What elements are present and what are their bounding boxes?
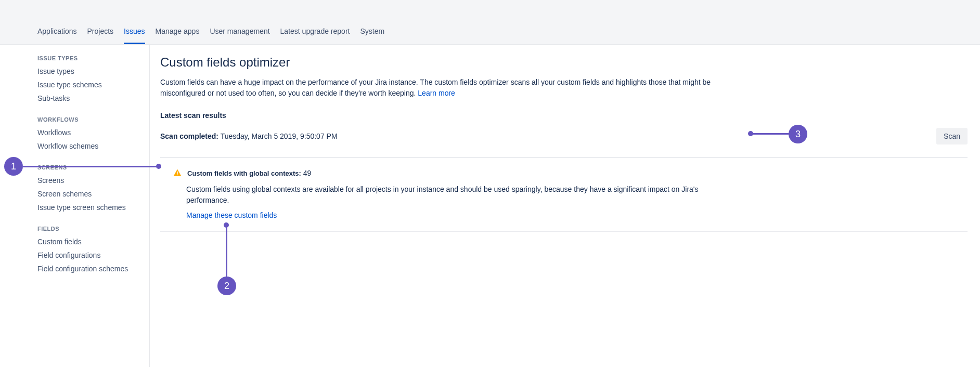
tab-issues[interactable]: Issues <box>124 21 145 44</box>
sidebar-group-screens: SCREENS Screens Screen schemes Issue typ… <box>37 164 149 214</box>
sidebar-item-workflow-schemes[interactable]: Workflow schemes <box>37 139 149 153</box>
sidebar-item-custom-fields[interactable]: Custom fields <box>37 235 149 248</box>
sidebar-heading: WORKFLOWS <box>37 116 149 123</box>
learn-more-link[interactable]: Learn more <box>418 89 455 97</box>
sidebar-item-workflows[interactable]: Workflows <box>37 126 149 139</box>
sidebar-item-sub-tasks[interactable]: Sub-tasks <box>37 91 149 105</box>
scan-completed: Scan completed: Tuesday, March 5 2019, 9… <box>160 132 338 140</box>
result-title: Custom fields with global contexts: <box>187 169 301 177</box>
manage-custom-fields-link[interactable]: Manage these custom fields <box>186 211 968 219</box>
sidebar-item-issue-type-schemes[interactable]: Issue type schemes <box>37 78 149 91</box>
sidebar-heading: FIELDS <box>37 226 149 232</box>
sidebar-item-screens[interactable]: Screens <box>37 174 149 187</box>
scan-completed-time: Tuesday, March 5 2019, 9:50:07 PM <box>221 132 338 140</box>
page-title: Custom fields optimizer <box>160 55 968 70</box>
sidebar-heading: ISSUE TYPES <box>37 55 149 61</box>
tab-latest-upgrade-report[interactable]: Latest upgrade report <box>280 21 350 44</box>
top-tabs: Applications Projects Issues Manage apps… <box>37 21 384 44</box>
sidebar-item-issue-types[interactable]: Issue types <box>37 64 149 78</box>
scan-row: Scan completed: Tuesday, March 5 2019, 9… <box>160 128 968 158</box>
main-content: Custom fields optimizer Custom fields ca… <box>150 45 980 367</box>
result-block: Custom fields with global contexts: 49 C… <box>160 158 968 232</box>
tab-system[interactable]: System <box>360 21 384 44</box>
scan-completed-label: Scan completed: <box>160 132 218 140</box>
tab-applications[interactable]: Applications <box>37 21 77 44</box>
sidebar-group-issue-types: ISSUE TYPES Issue types Issue type schem… <box>37 55 149 105</box>
sidebar-item-field-configuration-schemes[interactable]: Field configuration schemes <box>37 262 149 275</box>
sidebar-heading: SCREENS <box>37 164 149 170</box>
tab-projects[interactable]: Projects <box>87 21 114 44</box>
top-navigation: Applications Projects Issues Manage apps… <box>0 0 980 45</box>
result-count: 49 <box>303 169 312 177</box>
svg-rect-0 <box>177 172 178 174</box>
latest-scan-heading: Latest scan results <box>160 111 968 120</box>
tab-user-management[interactable]: User management <box>210 21 269 44</box>
sidebar-item-screen-schemes[interactable]: Screen schemes <box>37 187 149 201</box>
sidebar-group-workflows: WORKFLOWS Workflows Workflow schemes <box>37 116 149 153</box>
result-description: Custom fields using global contexts are … <box>186 184 717 206</box>
svg-rect-1 <box>177 175 178 176</box>
tab-manage-apps[interactable]: Manage apps <box>156 21 200 44</box>
sidebar: ISSUE TYPES Issue types Issue type schem… <box>0 45 150 367</box>
sidebar-group-fields: FIELDS Custom fields Field configuration… <box>37 226 149 275</box>
page-description: Custom fields can have a huge impact on … <box>160 77 732 99</box>
sidebar-item-field-configurations[interactable]: Field configurations <box>37 248 149 262</box>
sidebar-item-issue-type-screen-schemes[interactable]: Issue type screen schemes <box>37 201 149 214</box>
warning-icon <box>173 168 182 178</box>
scan-button[interactable]: Scan <box>936 128 968 144</box>
